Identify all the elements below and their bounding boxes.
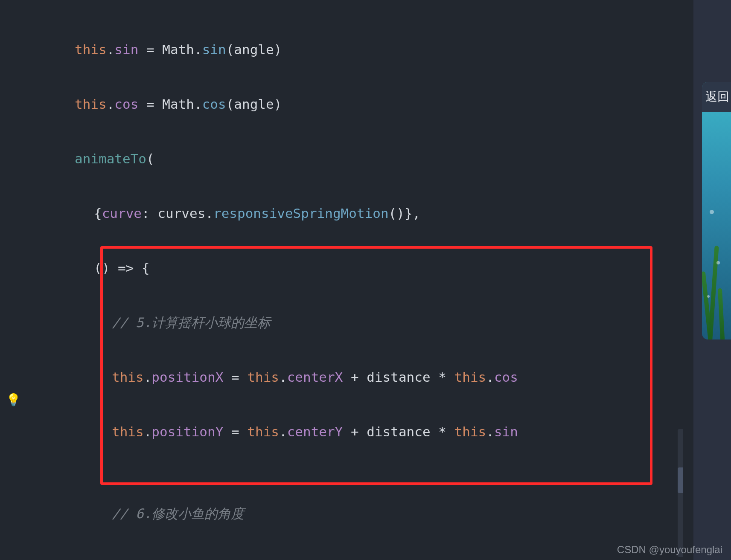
bubble-icon	[710, 210, 714, 214]
device-preview[interactable]: 返回	[702, 82, 731, 339]
keyword-this: this	[75, 42, 107, 57]
lightbulb-icon[interactable]: 💡	[6, 394, 18, 406]
editor-viewport: this.sin = Math.sin(angle) this.cos = Ma…	[0, 0, 731, 560]
comment-step6: // 6.修改小鱼的角度	[112, 506, 244, 521]
code-editor[interactable]: this.sin = Math.sin(angle) this.cos = Ma…	[0, 0, 683, 560]
bubble-icon	[707, 295, 710, 298]
scrollbar-track[interactable]	[678, 429, 683, 557]
seaweed-icon	[718, 288, 725, 339]
watermark-text: CSDN @youyoufenglai	[617, 544, 722, 556]
scrollbar-thumb[interactable]	[678, 467, 683, 493]
seaweed-icon	[708, 246, 719, 339]
back-button[interactable]: 返回	[705, 89, 729, 105]
code-block: this.sin = Math.sin(angle) this.cos = Ma…	[0, 0, 683, 560]
comment-step5: // 5.计算摇杆小球的坐标	[112, 315, 271, 330]
preview-topbar: 返回	[702, 82, 731, 112]
bubble-icon	[716, 261, 720, 264]
fn-animateTo: animateTo	[75, 151, 146, 166]
